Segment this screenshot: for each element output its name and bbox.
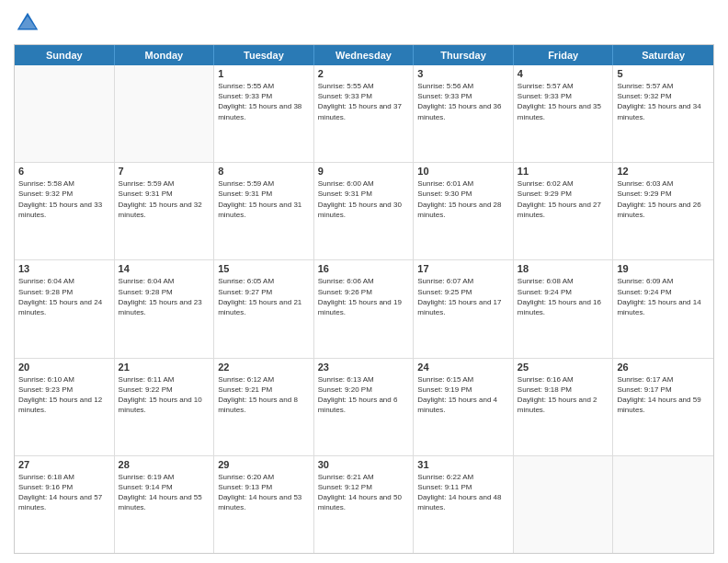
cell-detail: Sunrise: 5:55 AMSunset: 9:33 PMDaylight:… bbox=[318, 81, 410, 122]
day-cell-9: 9Sunrise: 6:00 AMSunset: 9:31 PMDaylight… bbox=[314, 163, 415, 259]
cell-detail: Sunrise: 6:22 AMSunset: 9:11 PMDaylight:… bbox=[417, 472, 509, 513]
cell-detail: Sunrise: 6:16 AMSunset: 9:18 PMDaylight:… bbox=[518, 374, 609, 416]
cell-detail: Sunrise: 5:58 AMSunset: 9:32 PMDaylight:… bbox=[18, 178, 110, 220]
cell-detail: Sunrise: 6:04 AMSunset: 9:28 PMDaylight:… bbox=[18, 276, 110, 317]
cell-detail: Sunrise: 6:03 AMSunset: 9:29 PMDaylight:… bbox=[617, 178, 710, 220]
day-cell-13: 13Sunrise: 6:04 AMSunset: 9:28 PMDayligh… bbox=[15, 260, 115, 357]
day-header-sunday: Sunday bbox=[15, 45, 115, 65]
week-row-5: 27Sunrise: 6:18 AMSunset: 9:16 PMDayligh… bbox=[15, 456, 713, 553]
cell-detail: Sunrise: 5:59 AMSunset: 9:31 PMDaylight:… bbox=[218, 178, 310, 220]
cell-detail: Sunrise: 5:57 AMSunset: 9:32 PMDaylight:… bbox=[617, 81, 710, 122]
cell-detail: Sunrise: 6:17 AMSunset: 9:17 PMDaylight:… bbox=[617, 374, 710, 416]
day-cell-26: 26Sunrise: 6:17 AMSunset: 9:17 PMDayligh… bbox=[613, 359, 713, 455]
day-header-friday: Friday bbox=[514, 45, 614, 65]
cell-detail: Sunrise: 5:55 AMSunset: 9:33 PMDaylight:… bbox=[218, 81, 310, 122]
day-number: 24 bbox=[417, 362, 509, 373]
day-number: 10 bbox=[417, 166, 509, 177]
day-number: 7 bbox=[119, 166, 210, 177]
day-cell-18: 18Sunrise: 6:08 AMSunset: 9:24 PMDayligh… bbox=[514, 260, 614, 357]
header bbox=[14, 9, 714, 37]
calendar-body: 1Sunrise: 5:55 AMSunset: 9:33 PMDaylight… bbox=[15, 65, 713, 553]
day-number: 13 bbox=[18, 263, 110, 274]
day-cell-empty bbox=[514, 456, 614, 553]
day-number: 21 bbox=[119, 362, 210, 373]
day-number: 5 bbox=[617, 68, 710, 79]
day-cell-15: 15Sunrise: 6:05 AMSunset: 9:27 PMDayligh… bbox=[214, 260, 314, 357]
day-number: 12 bbox=[617, 166, 710, 177]
day-cell-11: 11Sunrise: 6:02 AMSunset: 9:29 PMDayligh… bbox=[514, 163, 614, 259]
logo bbox=[14, 9, 45, 37]
day-cell-19: 19Sunrise: 6:09 AMSunset: 9:24 PMDayligh… bbox=[613, 260, 713, 357]
week-row-3: 13Sunrise: 6:04 AMSunset: 9:28 PMDayligh… bbox=[15, 260, 713, 358]
day-number: 26 bbox=[617, 362, 710, 373]
day-number: 2 bbox=[318, 68, 410, 79]
cell-detail: Sunrise: 6:00 AMSunset: 9:31 PMDaylight:… bbox=[318, 178, 410, 220]
day-number: 23 bbox=[318, 362, 410, 373]
day-number: 31 bbox=[417, 459, 509, 470]
day-number: 20 bbox=[18, 362, 110, 373]
cell-detail: Sunrise: 5:56 AMSunset: 9:33 PMDaylight:… bbox=[417, 81, 509, 122]
cell-detail: Sunrise: 6:04 AMSunset: 9:28 PMDaylight:… bbox=[119, 276, 210, 317]
day-number: 17 bbox=[417, 263, 509, 274]
day-cell-28: 28Sunrise: 6:19 AMSunset: 9:14 PMDayligh… bbox=[115, 456, 215, 553]
day-cell-7: 7Sunrise: 5:59 AMSunset: 9:31 PMDaylight… bbox=[115, 163, 215, 259]
cell-detail: Sunrise: 6:10 AMSunset: 9:23 PMDaylight:… bbox=[18, 374, 110, 416]
day-number: 22 bbox=[218, 362, 310, 373]
day-cell-27: 27Sunrise: 6:18 AMSunset: 9:16 PMDayligh… bbox=[15, 456, 115, 553]
day-number: 25 bbox=[518, 362, 609, 373]
cell-detail: Sunrise: 6:20 AMSunset: 9:13 PMDaylight:… bbox=[218, 472, 310, 513]
day-cell-14: 14Sunrise: 6:04 AMSunset: 9:28 PMDayligh… bbox=[115, 260, 215, 357]
day-header-thursday: Thursday bbox=[414, 45, 514, 65]
day-cell-2: 2Sunrise: 5:55 AMSunset: 9:33 PMDaylight… bbox=[314, 65, 415, 162]
week-row-1: 1Sunrise: 5:55 AMSunset: 9:33 PMDaylight… bbox=[15, 65, 713, 163]
cell-detail: Sunrise: 6:02 AMSunset: 9:29 PMDaylight:… bbox=[518, 178, 609, 220]
cell-detail: Sunrise: 6:05 AMSunset: 9:27 PMDaylight:… bbox=[218, 276, 310, 317]
cell-detail: Sunrise: 6:01 AMSunset: 9:30 PMDaylight:… bbox=[417, 178, 509, 220]
day-number: 28 bbox=[119, 459, 210, 470]
day-cell-31: 31Sunrise: 6:22 AMSunset: 9:11 PMDayligh… bbox=[414, 456, 514, 553]
cell-detail: Sunrise: 5:59 AMSunset: 9:31 PMDaylight:… bbox=[119, 178, 210, 220]
cell-detail: Sunrise: 6:06 AMSunset: 9:26 PMDaylight:… bbox=[318, 276, 410, 317]
cell-detail: Sunrise: 6:09 AMSunset: 9:24 PMDaylight:… bbox=[617, 276, 710, 317]
cell-detail: Sunrise: 6:13 AMSunset: 9:20 PMDaylight:… bbox=[318, 374, 410, 416]
day-cell-empty bbox=[15, 65, 115, 162]
day-cell-22: 22Sunrise: 6:12 AMSunset: 9:21 PMDayligh… bbox=[214, 359, 314, 455]
day-header-monday: Monday bbox=[115, 45, 215, 65]
week-row-2: 6Sunrise: 5:58 AMSunset: 9:32 PMDaylight… bbox=[15, 163, 713, 260]
page: SundayMondayTuesdayWednesdayThursdayFrid… bbox=[0, 0, 728, 563]
cell-detail: Sunrise: 6:11 AMSunset: 9:22 PMDaylight:… bbox=[119, 374, 210, 416]
day-number: 27 bbox=[18, 459, 110, 470]
day-number: 6 bbox=[18, 166, 110, 177]
day-number: 11 bbox=[518, 166, 609, 177]
day-number: 8 bbox=[218, 166, 310, 177]
cell-detail: Sunrise: 6:08 AMSunset: 9:24 PMDaylight:… bbox=[518, 276, 609, 317]
day-number: 1 bbox=[218, 68, 310, 79]
day-cell-5: 5Sunrise: 5:57 AMSunset: 9:32 PMDaylight… bbox=[613, 65, 713, 162]
day-cell-23: 23Sunrise: 6:13 AMSunset: 9:20 PMDayligh… bbox=[314, 359, 415, 455]
day-number: 29 bbox=[218, 459, 310, 470]
day-cell-25: 25Sunrise: 6:16 AMSunset: 9:18 PMDayligh… bbox=[514, 359, 614, 455]
cell-detail: Sunrise: 6:15 AMSunset: 9:19 PMDaylight:… bbox=[417, 374, 509, 416]
day-cell-16: 16Sunrise: 6:06 AMSunset: 9:26 PMDayligh… bbox=[314, 260, 415, 357]
cell-detail: Sunrise: 6:07 AMSunset: 9:25 PMDaylight:… bbox=[417, 276, 509, 317]
day-number: 3 bbox=[417, 68, 509, 79]
day-header-tuesday: Tuesday bbox=[214, 45, 314, 65]
logo-icon bbox=[14, 9, 41, 37]
day-cell-12: 12Sunrise: 6:03 AMSunset: 9:29 PMDayligh… bbox=[613, 163, 713, 259]
day-cell-17: 17Sunrise: 6:07 AMSunset: 9:25 PMDayligh… bbox=[414, 260, 514, 357]
day-number: 19 bbox=[617, 263, 710, 274]
day-cell-24: 24Sunrise: 6:15 AMSunset: 9:19 PMDayligh… bbox=[414, 359, 514, 455]
cell-detail: Sunrise: 6:18 AMSunset: 9:16 PMDaylight:… bbox=[18, 472, 110, 513]
day-cell-8: 8Sunrise: 5:59 AMSunset: 9:31 PMDaylight… bbox=[214, 163, 314, 259]
day-cell-20: 20Sunrise: 6:10 AMSunset: 9:23 PMDayligh… bbox=[15, 359, 115, 455]
day-number: 9 bbox=[318, 166, 410, 177]
day-cell-3: 3Sunrise: 5:56 AMSunset: 9:33 PMDaylight… bbox=[414, 65, 514, 162]
day-cell-1: 1Sunrise: 5:55 AMSunset: 9:33 PMDaylight… bbox=[214, 65, 314, 162]
calendar: SundayMondayTuesdayWednesdayThursdayFrid… bbox=[14, 44, 714, 554]
day-cell-4: 4Sunrise: 5:57 AMSunset: 9:33 PMDaylight… bbox=[514, 65, 614, 162]
day-cell-6: 6Sunrise: 5:58 AMSunset: 9:32 PMDaylight… bbox=[15, 163, 115, 259]
day-number: 4 bbox=[518, 68, 609, 79]
cell-detail: Sunrise: 5:57 AMSunset: 9:33 PMDaylight:… bbox=[518, 81, 609, 122]
day-number: 18 bbox=[518, 263, 609, 274]
day-number: 14 bbox=[119, 263, 210, 274]
